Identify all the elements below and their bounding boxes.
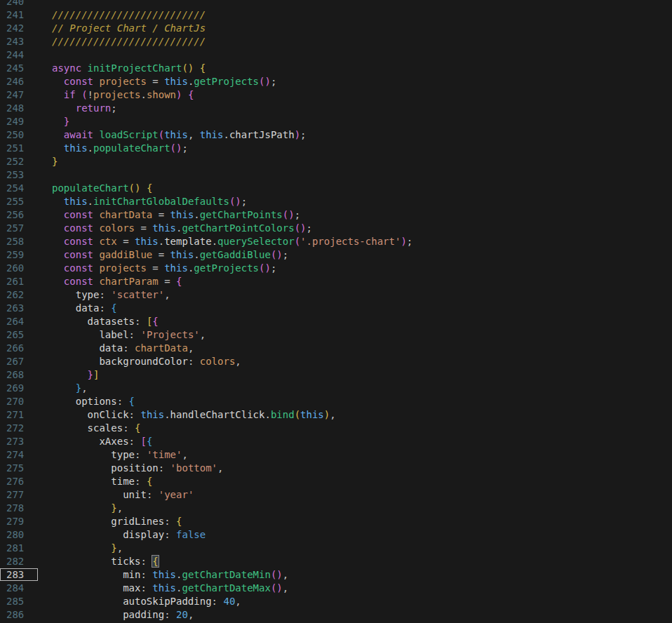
code-line[interactable]: 270 options: { xyxy=(0,395,672,408)
line-number[interactable]: 283 xyxy=(0,568,41,582)
code-line[interactable]: 246 const projects = this.getProjects(); xyxy=(0,75,672,88)
line-number[interactable]: 266 xyxy=(0,342,41,355)
code-text[interactable]: const chartData = this.getChartPoints(); xyxy=(41,208,672,222)
code-editor[interactable]: 240241//////////////////////////242// Pr… xyxy=(0,0,672,623)
code-text[interactable]: time: { xyxy=(41,475,672,488)
line-number[interactable]: 270 xyxy=(0,395,41,408)
code-line[interactable]: 268 }] xyxy=(0,368,672,382)
line-number[interactable]: 284 xyxy=(0,582,41,595)
code-text[interactable]: autoSkipPadding: 40, xyxy=(41,595,672,608)
code-text[interactable]: position: 'bottom', xyxy=(41,462,672,475)
code-line[interactable]: 245async initProjectChart() { xyxy=(0,62,672,75)
code-line[interactable]: 250 await loadScript(this, this.chartJsP… xyxy=(0,128,672,142)
code-line[interactable]: 261 const chartParam = { xyxy=(0,275,672,288)
code-text[interactable] xyxy=(41,168,672,182)
code-line[interactable]: 276 time: { xyxy=(0,475,672,488)
code-line[interactable]: 283 min: this.getChartDateMin(), xyxy=(0,568,672,582)
code-text[interactable]: }, xyxy=(41,382,672,395)
code-text[interactable]: label: 'Projects', xyxy=(41,328,672,342)
code-text[interactable]: const projects = this.getProjects(); xyxy=(41,262,672,275)
line-number[interactable]: 240 xyxy=(0,0,41,8)
line-number[interactable]: 259 xyxy=(0,248,41,262)
code-text[interactable]: const colors = this.getChartPointColors(… xyxy=(41,222,672,235)
line-number[interactable]: 271 xyxy=(0,408,41,422)
line-number[interactable]: 253 xyxy=(0,168,41,182)
code-text[interactable]: ticks: { xyxy=(41,555,672,568)
code-line[interactable]: 274 type: 'time', xyxy=(0,448,672,462)
code-text[interactable]: const chartParam = { xyxy=(41,275,672,288)
code-line[interactable]: 257 const colors = this.getChartPointCol… xyxy=(0,222,672,235)
code-text[interactable]: options: { xyxy=(41,395,672,408)
code-text[interactable]: type: 'time', xyxy=(41,448,672,462)
line-number[interactable]: 256 xyxy=(0,208,41,222)
code-line[interactable]: 280 display: false xyxy=(0,528,672,542)
code-line[interactable]: 252} xyxy=(0,155,672,168)
code-text[interactable]: display: false xyxy=(41,528,672,542)
code-text[interactable]: min: this.getChartDateMin(), xyxy=(41,568,672,582)
code-text[interactable]: }] xyxy=(41,368,672,382)
code-line[interactable]: 282 ticks: { xyxy=(0,555,672,568)
code-line[interactable]: 272 scales: { xyxy=(0,422,672,435)
code-line[interactable]: 258 const ctx = this.template.querySelec… xyxy=(0,235,672,248)
code-line[interactable]: 259 const gaddiBlue = this.getGaddiBlue(… xyxy=(0,248,672,262)
code-line[interactable]: 263 data: { xyxy=(0,302,672,315)
code-line[interactable]: 242// Project Chart / ChartJs xyxy=(0,22,672,35)
line-number[interactable]: 281 xyxy=(0,542,41,555)
code-line[interactable]: 240 xyxy=(0,0,672,8)
line-number[interactable]: 277 xyxy=(0,488,41,502)
line-number[interactable]: 273 xyxy=(0,435,41,448)
code-text[interactable]: padding: 20, xyxy=(41,608,672,622)
code-text[interactable]: this.initChartGlobalDefaults(); xyxy=(41,195,672,208)
code-text[interactable]: } xyxy=(41,115,672,128)
line-number[interactable]: 282 xyxy=(0,555,41,568)
code-line[interactable]: 279 gridLines: { xyxy=(0,515,672,528)
line-number[interactable]: 286 xyxy=(0,608,41,622)
code-line[interactable]: 284 max: this.getChartDateMax(), xyxy=(0,582,672,595)
code-line[interactable]: 241////////////////////////// xyxy=(0,8,672,22)
code-text[interactable]: const ctx = this.template.querySelector(… xyxy=(41,235,672,248)
line-number[interactable]: 244 xyxy=(0,48,41,62)
line-number[interactable]: 285 xyxy=(0,595,41,608)
code-text[interactable]: // Project Chart / ChartJs xyxy=(41,22,672,35)
code-text[interactable] xyxy=(41,48,672,62)
code-line[interactable]: 253 xyxy=(0,168,672,182)
code-line[interactable]: 277 unit: 'year' xyxy=(0,488,672,502)
code-line[interactable]: 255 this.initChartGlobalDefaults(); xyxy=(0,195,672,208)
code-line[interactable]: 266 data: chartData, xyxy=(0,342,672,355)
line-number[interactable]: 242 xyxy=(0,22,41,35)
line-number[interactable]: 257 xyxy=(0,222,41,235)
line-number[interactable]: 246 xyxy=(0,75,41,88)
code-text[interactable]: ////////////////////////// xyxy=(41,35,672,48)
code-line[interactable]: 260 const projects = this.getProjects(); xyxy=(0,262,672,275)
code-text[interactable]: scales: { xyxy=(41,422,672,435)
code-line[interactable]: 269 }, xyxy=(0,382,672,395)
line-number[interactable]: 261 xyxy=(0,275,41,288)
line-number[interactable]: 275 xyxy=(0,462,41,475)
code-line[interactable]: 286 padding: 20, xyxy=(0,608,672,622)
line-number[interactable]: 255 xyxy=(0,195,41,208)
code-line[interactable]: 243////////////////////////// xyxy=(0,35,672,48)
code-line[interactable]: 281 }, xyxy=(0,542,672,555)
line-number[interactable]: 272 xyxy=(0,422,41,435)
code-text[interactable]: async initProjectChart() { xyxy=(41,62,672,75)
code-line[interactable]: 247 if (!projects.shown) { xyxy=(0,88,672,102)
code-text[interactable]: if (!projects.shown) { xyxy=(41,88,672,102)
code-line[interactable]: 271 onClick: this.handleChartClick.bind(… xyxy=(0,408,672,422)
code-text[interactable]: }, xyxy=(41,542,672,555)
line-number[interactable]: 265 xyxy=(0,328,41,342)
code-line[interactable]: 273 xAxes: [{ xyxy=(0,435,672,448)
code-text[interactable]: onClick: this.handleChartClick.bind(this… xyxy=(41,408,672,422)
line-number[interactable]: 258 xyxy=(0,235,41,248)
code-text[interactable] xyxy=(41,0,672,8)
line-number[interactable]: 247 xyxy=(0,88,41,102)
code-text[interactable]: type: 'scatter', xyxy=(41,288,672,302)
code-text[interactable]: await loadScript(this, this.chartJsPath)… xyxy=(41,128,672,142)
line-number[interactable]: 269 xyxy=(0,382,41,395)
line-number[interactable]: 248 xyxy=(0,102,41,115)
code-text[interactable]: datasets: [{ xyxy=(41,315,672,328)
code-line[interactable]: 275 position: 'bottom', xyxy=(0,462,672,475)
code-line[interactable]: 248 return; xyxy=(0,102,672,115)
code-text[interactable]: }, xyxy=(41,502,672,515)
line-number[interactable]: 279 xyxy=(0,515,41,528)
code-text[interactable]: } xyxy=(41,155,672,168)
